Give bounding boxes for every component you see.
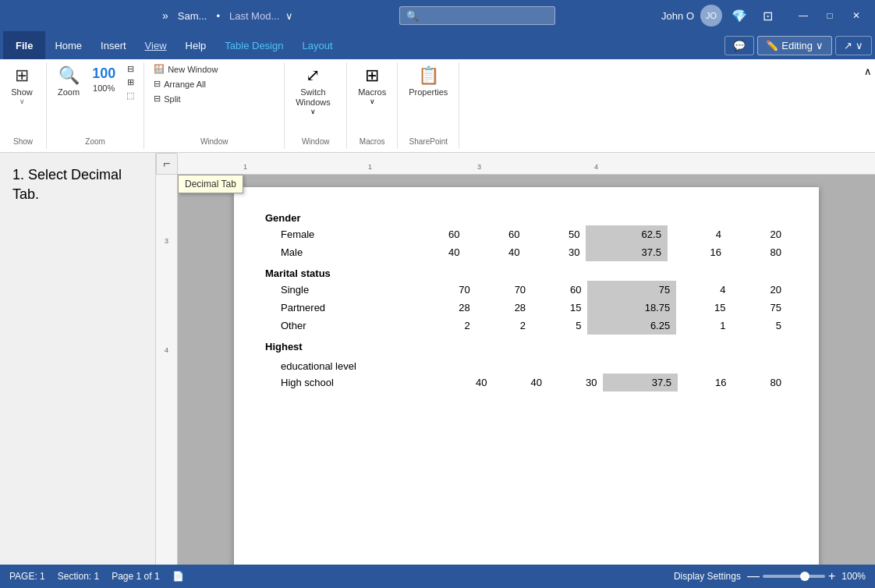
- last-modified-label: Last Mod...: [229, 10, 279, 22]
- diamond-icon[interactable]: 💎: [728, 5, 750, 27]
- show-group-label: Show: [6, 136, 40, 149]
- ribbon-group-zoom: 🔍 Zoom 100 100% ⊟ ⊞ ⬚ Zoom: [47, 62, 144, 149]
- ribbon-collapse[interactable]: ∧: [861, 62, 875, 149]
- tab-selector[interactable]: ⌐: [156, 153, 178, 175]
- search-bar[interactable]: 🔍: [399, 6, 555, 25]
- macros-group-content: ⊞ Macros ∨: [353, 62, 391, 136]
- split-button[interactable]: ⊟ Split: [151, 92, 183, 105]
- cell-partnered-c3: 15: [532, 299, 587, 317]
- show-button[interactable]: ⊞ Show ∨: [6, 62, 37, 108]
- collapse-ribbon-icon: ∧: [864, 66, 872, 77]
- switch-windows-button[interactable]: ⤢ Switch Windows ∨: [291, 62, 335, 119]
- zoom-controls: — +: [747, 569, 835, 583]
- comment-button[interactable]: 💬: [724, 36, 754, 55]
- window-bottom-row: ⊟ Split: [151, 92, 183, 105]
- cell-other-c5: 1: [676, 317, 732, 335]
- restore-icon[interactable]: ⊡: [756, 5, 778, 27]
- zoom-slider[interactable]: [763, 575, 825, 578]
- page-of-label: Page 1 of 1: [112, 571, 159, 582]
- window-top-row: 🪟 New Window: [151, 62, 221, 76]
- section-edu-header: Highest: [265, 335, 788, 354]
- zoom-percent-button[interactable]: 100 100%: [87, 62, 120, 97]
- ribbon-group-sharepoint: 📋 Properties SharePoint: [398, 62, 459, 149]
- cell-female-c4: 62.5: [586, 225, 667, 243]
- split-icon: ⊟: [154, 94, 161, 104]
- ribbon-group-window: 🪟 New Window ⊟ Arrange All ⊟ Split Windo…: [144, 62, 285, 149]
- cell-single-c3: 60: [532, 281, 587, 299]
- menu-item-layout[interactable]: Layout: [292, 35, 342, 56]
- cell-highschool-c2: 40: [493, 374, 547, 391]
- properties-label: Properties: [409, 87, 448, 97]
- table-row: High school 40 40 30 37.5 16 80: [265, 374, 788, 391]
- editing-label: Editing: [781, 40, 813, 51]
- ribbon-group-show: ⊞ Show ∨ Show: [0, 62, 47, 149]
- show-label: Show: [11, 87, 33, 97]
- zoom-label: Zoom: [58, 87, 80, 97]
- macros-button[interactable]: ⊞ Macros ∨: [353, 62, 391, 108]
- maximize-button[interactable]: □: [817, 5, 842, 27]
- display-settings-label[interactable]: Display Settings: [674, 571, 741, 582]
- switch-group-content: ⤢ Switch Windows ∨: [291, 62, 340, 136]
- page: Gender Female 60 60 50 62.5 4 20 Male: [234, 187, 819, 565]
- cell-partnered-c1: 28: [420, 299, 476, 317]
- zoom-button[interactable]: 🔍 Zoom: [53, 62, 84, 101]
- collapse-icon[interactable]: »: [162, 9, 168, 22]
- arrange-all-button[interactable]: ⊟ Arrange All: [151, 77, 209, 90]
- cell-male-c2: 40: [466, 243, 526, 261]
- menu-item-insert[interactable]: Insert: [91, 35, 136, 56]
- step-text: 1. Select Decimal Tab.: [12, 165, 143, 204]
- menu-item-home[interactable]: Home: [45, 35, 91, 56]
- section-edu-subheader: educational level: [265, 354, 788, 374]
- zoom-in-button[interactable]: +: [828, 569, 835, 583]
- zoom-two-pages-button[interactable]: ⊞: [123, 76, 137, 89]
- new-window-button[interactable]: 🪟 New Window: [151, 62, 221, 76]
- share-button[interactable]: ↗ ∨: [835, 36, 872, 55]
- switch-windows-label: Switch: [300, 87, 325, 97]
- dot-separator: •: [216, 10, 220, 22]
- table-row: Male 40 40 30 37.5 16 80: [265, 243, 788, 261]
- editing-button[interactable]: ✏️ Editing ∨: [757, 36, 832, 55]
- menu-item-table-design[interactable]: Table Design: [215, 35, 292, 56]
- properties-icon: 📋: [418, 66, 439, 86]
- cell-partnered-label: Partnered: [265, 299, 420, 317]
- editing-chevron: ∨: [816, 40, 824, 51]
- menu-item-help[interactable]: Help: [176, 35, 216, 56]
- macros-label: Macros: [358, 87, 386, 97]
- menu-item-view[interactable]: View: [136, 35, 176, 56]
- share-icon: ↗: [844, 40, 852, 51]
- page-width-icon: ⊟: [127, 64, 134, 74]
- step-number: 1.: [12, 167, 24, 182]
- zoom-group-label: Zoom: [53, 136, 137, 149]
- ruler-top: ⌐ Decimal Tab 1 1 3 4: [156, 153, 875, 175]
- title-bar-left: » Sam... • Last Mod... ∨: [162, 9, 293, 22]
- properties-button[interactable]: 📋 Properties: [404, 62, 452, 101]
- table-row: Female 60 60 50 62.5 4 20: [265, 225, 788, 243]
- ruler-mark-3: 3: [477, 163, 481, 171]
- document-area: ⌐ Decimal Tab 1 1 3 4 3 4 Gender: [156, 153, 875, 565]
- switch-windows-icon: ⤢: [306, 66, 320, 86]
- menu-item-file[interactable]: File: [3, 31, 45, 59]
- macros-icon: ⊞: [365, 66, 379, 86]
- switch-group-label: Window: [291, 136, 340, 149]
- zoom-page-width-button[interactable]: ⊟: [123, 62, 137, 76]
- title-bar: » Sam... • Last Mod... ∨ 🔍 John O JO 💎 ⊡…: [0, 0, 875, 31]
- arrange-all-icon: ⊟: [154, 79, 161, 89]
- zoom-one-page-button[interactable]: ⬚: [123, 89, 137, 102]
- zoom-percent-label: 100%: [93, 83, 115, 94]
- lastmod-dropdown[interactable]: ∨: [285, 10, 293, 22]
- zoom-level-label: 100%: [841, 571, 866, 582]
- filename-label: Sam...: [178, 10, 207, 22]
- page-label: PAGE: 1: [9, 571, 45, 582]
- switch-windows-label2: Windows: [296, 97, 331, 108]
- pencil-icon: ✏️: [766, 40, 778, 51]
- zoom-thumb[interactable]: [800, 572, 809, 581]
- cell-other-c3: 5: [532, 317, 587, 335]
- cell-highschool-label: High school: [265, 374, 438, 391]
- minimize-button[interactable]: —: [791, 5, 816, 27]
- close-button[interactable]: ✕: [844, 5, 869, 27]
- cell-highschool-c3: 30: [548, 374, 603, 391]
- cell-highschool-c4: 37.5: [603, 374, 678, 391]
- zoom-out-button[interactable]: —: [747, 569, 760, 583]
- status-bar: PAGE: 1 Section: 1 Page 1 of 1 📄 Display…: [0, 565, 875, 588]
- window-group-label: Window: [151, 136, 278, 149]
